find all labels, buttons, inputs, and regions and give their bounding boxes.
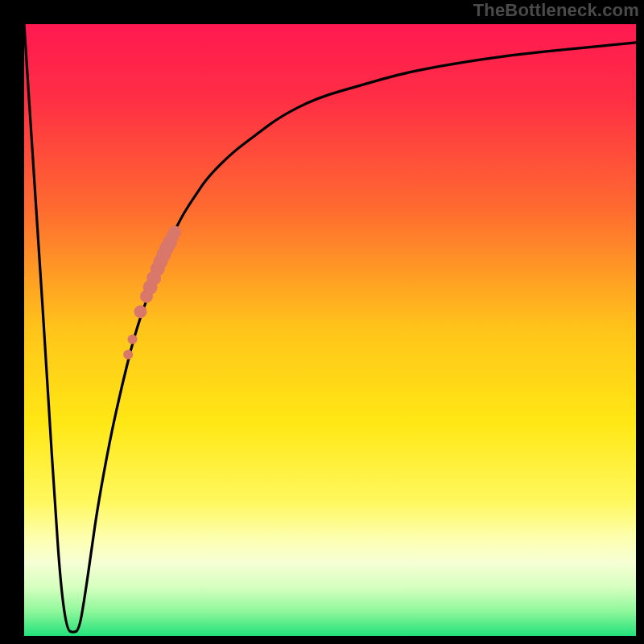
highlight-marker	[134, 305, 147, 318]
plot-background	[24, 24, 636, 636]
bottleneck-plot	[0, 0, 644, 644]
highlight-marker	[123, 349, 133, 359]
highlight-marker	[128, 334, 138, 344]
watermark-text: TheBottleneck.com	[473, 0, 639, 21]
highlight-marker	[168, 225, 181, 238]
chart-frame: TheBottleneck.com	[0, 0, 644, 644]
